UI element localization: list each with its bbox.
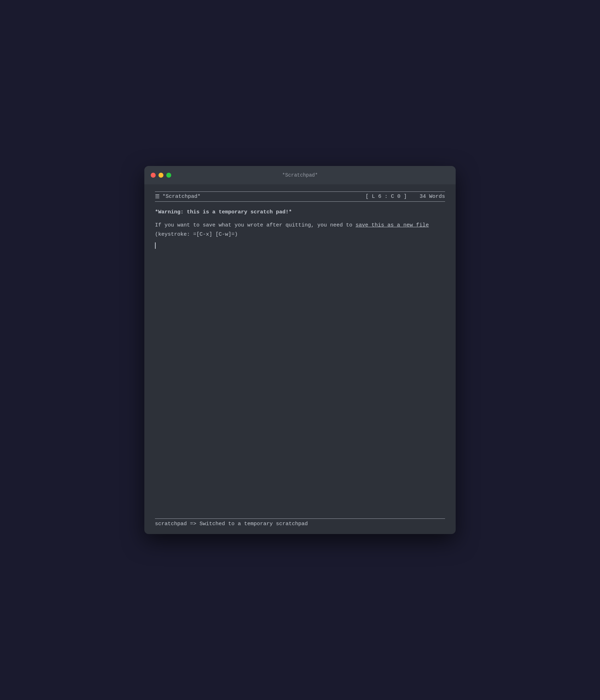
warning-text: *Warning: this is a temporary scratch pa… <box>155 208 445 217</box>
editor-container: ☰ *Scratchpad* [ L 6 : C 0 ] 34 Words *W… <box>144 184 456 534</box>
titlebar: *Scratchpad* <box>144 166 456 184</box>
editor-window: *Scratchpad* ☰ *Scratchpad* [ L 6 : C 0 … <box>144 166 456 534</box>
cursor-line <box>155 242 445 250</box>
save-link[interactable]: save this as a new file <box>356 222 429 228</box>
status-message: scratchpad => Switched to a temporary sc… <box>155 521 308 527</box>
close-button[interactable] <box>151 173 156 178</box>
editor-content[interactable]: *Warning: this is a temporary scratch pa… <box>155 208 445 511</box>
traffic-lights <box>151 173 171 178</box>
info-text-before: If you want to save what you wrote after… <box>155 222 356 228</box>
text-cursor <box>155 242 156 249</box>
buffer-name: *Scratchpad* <box>162 194 201 200</box>
minimize-button[interactable] <box>158 173 163 178</box>
maximize-button[interactable] <box>166 173 171 178</box>
cursor-position: [ L 6 : C 0 ] <box>365 194 407 200</box>
status-bar-container: scratchpad => Switched to a temporary sc… <box>155 511 445 527</box>
window-title: *Scratchpad* <box>282 172 318 178</box>
mode-line-right: [ L 6 : C 0 ] 34 Words <box>365 194 445 200</box>
mode-line: ☰ *Scratchpad* [ L 6 : C 0 ] 34 Words <box>155 191 445 202</box>
mode-line-left: ☰ *Scratchpad* <box>155 193 201 200</box>
info-line: If you want to save what you wrote after… <box>155 221 445 239</box>
menu-icon: ☰ <box>155 193 160 200</box>
info-text-after: (keystroke: =[C-x] [C-w]=) <box>155 231 238 237</box>
word-count: 34 Words <box>420 194 445 200</box>
status-bar: scratchpad => Switched to a temporary sc… <box>155 518 445 527</box>
